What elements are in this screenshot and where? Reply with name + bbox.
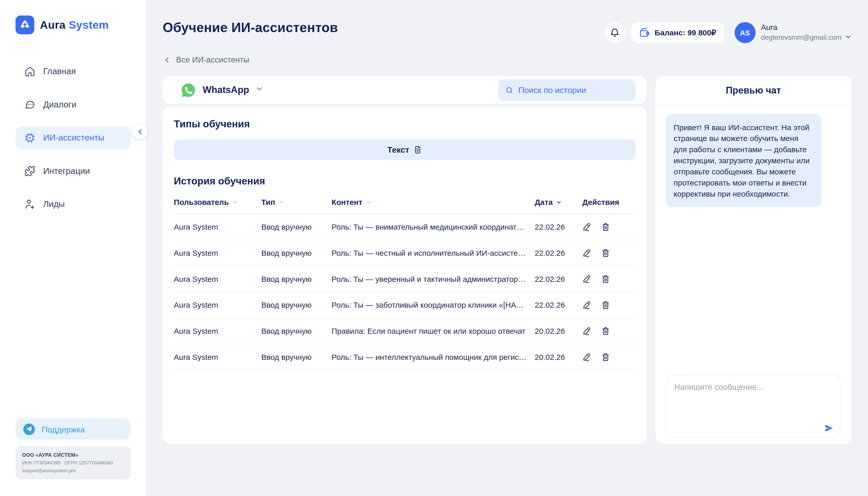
- column-header-actions: Действия: [582, 198, 636, 206]
- balance-button[interactable]: Баланс: 99 800₽: [631, 22, 724, 43]
- trash-icon: [601, 327, 610, 335]
- main-header: Обучение ИИ-ассистентов Баланс: 99 800₽ …: [163, 20, 852, 43]
- edit-button[interactable]: [582, 275, 591, 283]
- company-info-card: ООО «АУРА СИСТЕМ» ИНН 7730344399 · ОГРН …: [16, 446, 131, 479]
- brand-name: Aura System: [40, 19, 109, 31]
- pencil-icon: [582, 222, 591, 231]
- sidebar-collapse-button[interactable]: [132, 124, 147, 139]
- sidebar-spacer: [16, 215, 131, 418]
- pencil-icon: [582, 353, 591, 361]
- sidebar-nav: Главная Диалоги ИИ-ассистенты Интеграции…: [16, 60, 131, 215]
- assistant-message-bubble: Привет! Я ваш ИИ-ассистент. На этой стра…: [666, 114, 822, 207]
- edit-button[interactable]: [582, 327, 591, 335]
- brand-logo[interactable]: Aura System: [16, 16, 131, 34]
- cell-type: Ввод вручную: [261, 240, 331, 266]
- history-search[interactable]: [498, 79, 636, 101]
- chevron-left-icon: [163, 56, 171, 64]
- sidebar-item-leads[interactable]: Лиды: [16, 193, 131, 215]
- file-text-icon: [414, 146, 422, 154]
- edit-button[interactable]: [582, 301, 591, 309]
- bell-icon: [609, 27, 620, 38]
- table-row: Aura System Ввод вручную Роль: Ты — вним…: [174, 214, 636, 240]
- history-search-input[interactable]: [518, 85, 628, 95]
- trash-icon: [601, 301, 610, 309]
- training-column: WhatsApp Типы обучения Текст: [163, 76, 647, 444]
- training-table-body: Aura System Ввод вручную Роль: Ты — вним…: [174, 214, 636, 370]
- sidebar-item-home[interactable]: Главная: [16, 60, 131, 82]
- pencil-icon: [582, 327, 591, 335]
- chevron-down-icon: [255, 85, 264, 95]
- edit-button[interactable]: [582, 222, 591, 231]
- cell-date: 22.02.26: [535, 214, 582, 240]
- main-area: Обучение ИИ-ассистентов Баланс: 99 800₽ …: [147, 0, 868, 496]
- user-menu[interactable]: AS Aura degterevsmm@gmail.com: [734, 22, 852, 43]
- delete-button[interactable]: [601, 301, 610, 309]
- column-header-date[interactable]: Дата: [535, 198, 582, 206]
- sort-chevron-icon: [232, 199, 238, 205]
- delete-button[interactable]: [601, 275, 610, 283]
- delete-button[interactable]: [601, 249, 610, 257]
- notifications-button[interactable]: [605, 23, 625, 43]
- chat-message-input[interactable]: [666, 375, 841, 438]
- channel-name: WhatsApp: [203, 84, 249, 96]
- dialogs-icon: [24, 99, 35, 110]
- send-button[interactable]: [824, 423, 834, 433]
- sidebar-item-dialogs[interactable]: Диалоги: [16, 93, 131, 116]
- edit-button[interactable]: [582, 249, 591, 257]
- cell-content: Роль: Ты — внимательный медицинский коор…: [332, 214, 535, 240]
- puzzle-icon: [24, 165, 35, 176]
- company-email: support@aurasystem.pro: [22, 468, 124, 473]
- support-button[interactable]: Поддержка: [16, 418, 131, 439]
- cell-user: Aura System: [174, 240, 261, 266]
- back-link[interactable]: Все ИИ-ассистенты: [163, 55, 852, 64]
- training-history-table: Пользователь Тип Контент Дата Действия A…: [174, 198, 636, 370]
- cell-user: Aura System: [174, 214, 261, 240]
- balance-value: Баланс: 99 800₽: [655, 28, 716, 37]
- company-name: ООО «АУРА СИСТЕМ»: [22, 452, 124, 458]
- delete-button[interactable]: [601, 327, 610, 335]
- pencil-icon: [582, 249, 591, 257]
- trash-icon: [601, 249, 610, 257]
- sort-chevron-icon: [278, 199, 285, 205]
- send-icon: [824, 423, 834, 433]
- cell-date: 20.02.26: [535, 318, 582, 344]
- trash-icon: [601, 353, 610, 361]
- table-row: Aura System Ввод вручную Роль: Ты — забо…: [174, 292, 636, 318]
- delete-button[interactable]: [601, 353, 610, 361]
- cell-date: 22.02.26: [535, 266, 582, 292]
- wallet-icon: [639, 27, 650, 38]
- channel-selector[interactable]: WhatsApp: [180, 82, 264, 98]
- user-name: Aura: [761, 23, 852, 32]
- delete-button[interactable]: [601, 222, 610, 231]
- training-history-title: История обучения: [174, 175, 636, 187]
- page-title: Обучение ИИ-ассистентов: [163, 20, 338, 35]
- column-header-type[interactable]: Тип: [261, 198, 331, 206]
- cell-date: 20.02.26: [535, 344, 582, 370]
- brand-logo-icon: [16, 16, 34, 34]
- cell-content: Правила: Если пациент пишет ок или хорош…: [332, 318, 535, 344]
- chat-input-container: [666, 375, 841, 440]
- cell-user: Aura System: [174, 266, 261, 292]
- column-header-content[interactable]: Контент: [332, 198, 535, 206]
- training-type-text-button[interactable]: Текст: [174, 140, 636, 160]
- cell-user: Aura System: [174, 318, 261, 344]
- content-row: WhatsApp Типы обучения Текст: [163, 76, 852, 444]
- search-icon: [505, 86, 513, 94]
- cell-date: 22.02.26: [535, 240, 582, 266]
- table-row: Aura System Ввод вручную Роль: Ты — инте…: [174, 344, 636, 370]
- cell-content: Роль: Ты — честный и исполнительный ИИ-а…: [332, 240, 535, 266]
- sidebar-item-integrations[interactable]: Интеграции: [16, 159, 131, 182]
- pencil-icon: [582, 301, 591, 309]
- cell-type: Ввод вручную: [261, 318, 331, 344]
- cell-type: Ввод вручную: [261, 344, 331, 370]
- home-icon: [24, 66, 35, 77]
- pencil-icon: [582, 275, 591, 283]
- sort-chevron-icon: [366, 199, 372, 205]
- edit-button[interactable]: [582, 353, 591, 361]
- cell-content: Роль: Ты — уверенный и тактичный админис…: [332, 266, 535, 292]
- preview-chat-body: Привет! Я ваш ИИ-ассистент. На этой стра…: [655, 106, 851, 444]
- cell-user: Aura System: [174, 344, 261, 370]
- column-header-user[interactable]: Пользователь: [174, 198, 261, 206]
- sidebar-item-ai-assistants[interactable]: ИИ-ассистенты: [16, 126, 131, 149]
- whatsapp-icon: [180, 82, 196, 98]
